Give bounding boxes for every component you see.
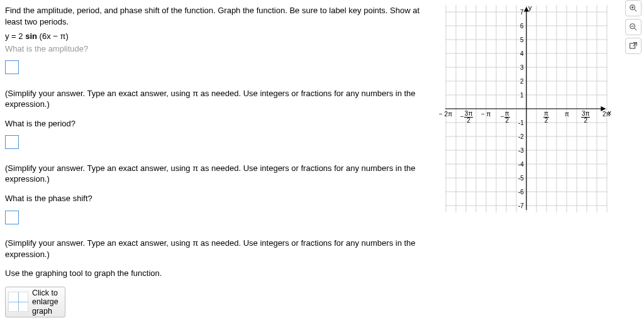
x-tick: 3π2 [581, 111, 590, 124]
y-tick: -7 [518, 202, 524, 209]
period-question: What is the period? [5, 118, 439, 129]
x-tick: − π [481, 111, 491, 118]
amplitude-question-truncated: What is the amplitude? [5, 43, 439, 55]
y-tick: -2 [518, 133, 524, 140]
y-tick: 3 [520, 64, 524, 71]
y-tick: -3 [518, 147, 524, 154]
zoom-in-button[interactable] [625, 0, 641, 16]
graph-thumbnail-icon [8, 292, 28, 312]
phase-question: What is the phase shift? [5, 193, 439, 204]
enlarge-graph-label: Click to enlarge graph [32, 289, 58, 316]
question-panel: Find the amplitude, period, and phase sh… [5, 5, 439, 325]
x-tick: 2π [602, 111, 610, 118]
x-tick: − 2π [439, 111, 452, 118]
y-tick: -5 [518, 175, 524, 182]
instruction-text: Find the amplitude, period, and phase sh… [5, 5, 439, 27]
graph-instruction: Use the graphing tool to graph the funct… [5, 268, 439, 279]
amplitude-input[interactable] [5, 60, 19, 74]
y-tick: 7 [520, 9, 524, 16]
y-tick: 4 [520, 50, 524, 57]
x-tick: π2 [543, 111, 549, 124]
open-external-button[interactable] [625, 38, 641, 54]
y-axis-label: y [528, 4, 532, 11]
period-hint: (Simplify your answer. Type an exact ans… [5, 163, 439, 185]
phase-input[interactable] [5, 211, 19, 224]
equation-text: y = 2 sin (6x − π) [5, 31, 439, 42]
svg-line-41 [635, 28, 636, 30]
y-tick: -4 [518, 161, 524, 168]
phase-hint: (Simplify your answer. Type an exact ans… [5, 238, 439, 260]
zoom-in-icon [628, 3, 638, 13]
svg-rect-43 [630, 43, 635, 48]
svg-line-37 [635, 9, 636, 11]
period-input[interactable] [5, 135, 19, 149]
toolbar [625, 0, 641, 54]
y-tick: 1 [520, 92, 524, 99]
open-external-icon [628, 41, 638, 51]
grid-svg [445, 5, 608, 212]
x-tick: −π2 [501, 111, 510, 124]
x-tick: π [565, 111, 569, 118]
y-tick: 2 [520, 78, 524, 85]
y-tick: -1 [518, 119, 524, 126]
y-tick: -6 [518, 189, 524, 196]
graph-area[interactable]: y x 7 6 5 4 3 2 1 -1 -2 -3 -4 -5 -6 -7 −… [445, 5, 608, 212]
enlarge-graph-button[interactable]: Click to enlarge graph [5, 287, 65, 317]
x-tick: −3π2 [460, 111, 473, 124]
amplitude-hint: (Simplify your answer. Type an exact ans… [5, 88, 439, 110]
zoom-out-button[interactable] [625, 19, 641, 35]
zoom-out-icon [628, 22, 638, 32]
y-tick: 6 [520, 23, 524, 30]
y-tick: 5 [520, 36, 524, 43]
